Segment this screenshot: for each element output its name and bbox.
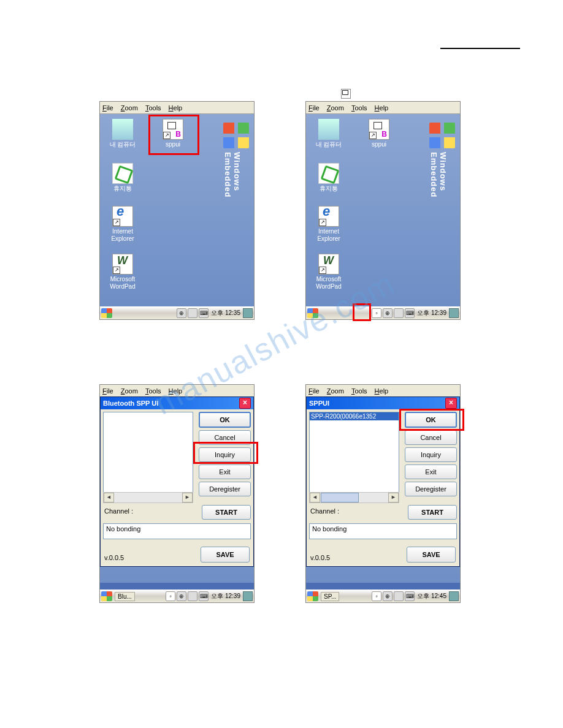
tray-volume-icon[interactable]	[188, 308, 197, 318]
bluetooth-spp-dialog: Bluetooth SPP UI× ◄► OK Cancel Inquiry E…	[100, 396, 254, 567]
menu-file[interactable]: FFileile	[102, 104, 113, 112]
menu-tools[interactable]: Tools	[351, 387, 367, 395]
cascade-icon[interactable]	[243, 591, 253, 601]
tray-volume-icon[interactable]	[394, 591, 404, 601]
taskbar[interactable]: Blu... ▫⊕⌨오후 12:39	[100, 590, 254, 602]
tray-keyboard-icon[interactable]: ⌨	[199, 308, 209, 318]
windows-embedded-logo: Windows Embedded	[223, 123, 251, 202]
tray-keyboard-icon[interactable]: ⌨	[199, 591, 209, 601]
inquiry-button[interactable]: Inquiry	[199, 447, 251, 462]
tray-sppui-icon[interactable]: ▫	[166, 591, 175, 601]
taskbar-clock: 오후 12:35	[210, 309, 242, 317]
pda-screenshot-1: FFileile Zoom Tools Help 내 컴퓨터 ↗sppui 휴지…	[99, 101, 255, 320]
my-computer-icon[interactable]: 내 컴퓨터	[311, 119, 347, 148]
menu-tools[interactable]: Tools	[145, 387, 161, 395]
menu-file[interactable]: File	[308, 104, 320, 112]
tray-volume-icon[interactable]	[188, 591, 197, 601]
tray-keyboard-icon[interactable]: ⌨	[405, 591, 415, 601]
taskbar[interactable]: ▫⊕⌨오후 12:39	[306, 306, 460, 319]
listbox-scrollbar[interactable]: ◄►	[103, 492, 193, 503]
menu-zoom[interactable]: Zoom	[327, 104, 344, 112]
menu-zoom[interactable]: Zoom	[121, 104, 138, 112]
start-button[interactable]	[307, 591, 318, 601]
sppui-tray-icon-sample	[341, 89, 351, 99]
menubar[interactable]: File Zoom Tools Help	[306, 102, 460, 114]
tray-sppui-icon[interactable]: ▫	[372, 308, 381, 318]
exit-button[interactable]: Exit	[405, 464, 457, 479]
pda-screenshot-3: File Zoom Tools Help Bluetooth SPP UI× ◄…	[99, 384, 255, 603]
menu-file[interactable]: File	[102, 387, 113, 395]
ie-icon[interactable]: ↗Internet Explorer	[311, 206, 347, 243]
taskbar-clock: 오후 12:45	[416, 592, 448, 601]
device-listbox[interactable]: SPP-R200(00066e1352	[309, 412, 399, 493]
channel-label: Channel :	[310, 507, 339, 515]
menubar[interactable]: File Zoom Tools Help	[306, 385, 460, 397]
sppui-icon[interactable]: ↗sppui	[155, 119, 191, 148]
device-list-item[interactable]: SPP-R200(00066e1352	[310, 412, 399, 420]
pda-screenshot-4: File Zoom Tools Help SPPUI× SPP-R200(000…	[305, 384, 461, 603]
menu-help[interactable]: Help	[375, 104, 389, 112]
close-button[interactable]: ×	[239, 398, 251, 409]
menu-file[interactable]: File	[308, 387, 320, 395]
dialog-titlebar[interactable]: Bluetooth SPP UI×	[101, 397, 253, 409]
menu-help[interactable]: Help	[169, 387, 183, 395]
taskbar-app-button[interactable]: Blu...	[115, 592, 135, 601]
cascade-icon[interactable]	[243, 308, 253, 318]
my-computer-icon[interactable]: 내 컴퓨터	[105, 119, 140, 148]
ok-button[interactable]: OK	[199, 412, 251, 428]
dialog-titlebar[interactable]: SPPUI×	[307, 397, 459, 409]
start-button-dlg[interactable]: START	[408, 505, 457, 520]
tray-network-icon[interactable]: ⊕	[177, 308, 186, 318]
start-button[interactable]	[307, 308, 318, 318]
menubar[interactable]: File Zoom Tools Help	[100, 385, 254, 397]
cancel-button[interactable]: Cancel	[199, 430, 251, 445]
cancel-button[interactable]: Cancel	[405, 430, 457, 445]
menu-zoom[interactable]: Zoom	[121, 387, 138, 395]
taskbar-clock: 오후 12:39	[210, 592, 242, 601]
taskbar[interactable]: ⊕⌨오후 12:35	[100, 306, 254, 319]
bonding-status: No bonding	[309, 523, 457, 539]
device-listbox[interactable]	[103, 412, 193, 493]
menubar[interactable]: FFileile Zoom Tools Help	[100, 102, 254, 114]
recycle-bin-icon[interactable]: 휴지통	[311, 163, 347, 192]
ok-button[interactable]: OK	[405, 412, 457, 428]
dialog-title: Bluetooth SPP UI	[103, 400, 158, 407]
close-button[interactable]: ×	[445, 398, 457, 409]
tray-network-icon[interactable]: ⊕	[383, 591, 393, 601]
taskbar[interactable]: SP... ▫⊕⌨오후 12:45	[306, 590, 460, 602]
listbox-scrollbar[interactable]: ◄►	[309, 492, 399, 503]
start-button[interactable]	[101, 308, 112, 318]
exit-button[interactable]: Exit	[199, 464, 251, 479]
save-button[interactable]: SAVE	[201, 547, 250, 563]
tray-network-icon[interactable]: ⊕	[383, 308, 393, 318]
menu-zoom[interactable]: Zoom	[327, 387, 344, 395]
deregister-button[interactable]: Deregister	[405, 482, 457, 496]
wordpad-icon[interactable]: ↗Microsoft WordPad	[311, 254, 347, 290]
start-button-dlg[interactable]: START	[202, 505, 251, 520]
menu-tools[interactable]: Tools	[351, 104, 367, 112]
tray-network-icon[interactable]: ⊕	[177, 591, 186, 601]
cascade-icon[interactable]	[449, 591, 459, 601]
sppui-icon[interactable]: ↗sppui	[361, 119, 397, 148]
taskbar-app-button[interactable]: SP...	[321, 592, 339, 601]
menu-help[interactable]: Help	[375, 387, 389, 395]
bonding-status: No bonding	[103, 523, 251, 539]
menu-tools[interactable]: Tools	[145, 104, 161, 112]
ie-icon[interactable]: ↗Internet Explorer	[105, 206, 140, 243]
taskbar-clock: 오후 12:39	[416, 309, 448, 317]
inquiry-button[interactable]: Inquiry	[405, 447, 457, 462]
cascade-icon[interactable]	[449, 308, 459, 318]
recycle-bin-icon[interactable]: 휴지통	[105, 163, 140, 192]
channel-label: Channel :	[104, 507, 133, 515]
save-button[interactable]: SAVE	[407, 547, 456, 563]
tray-volume-icon[interactable]	[394, 308, 404, 318]
tray-keyboard-icon[interactable]: ⌨	[405, 308, 415, 318]
wordpad-icon[interactable]: ↗Microsoft WordPad	[105, 254, 140, 290]
version-label: v.0.0.5	[310, 554, 330, 561]
menu-help[interactable]: Help	[169, 104, 183, 112]
tray-sppui-icon[interactable]: ▫	[372, 591, 381, 601]
deregister-button[interactable]: Deregister	[199, 482, 251, 496]
sppui-dialog: SPPUI× SPP-R200(00066e1352 ◄► OK Cancel …	[306, 396, 460, 567]
dialog-title: SPPUI	[309, 400, 329, 407]
start-button[interactable]	[101, 591, 112, 601]
